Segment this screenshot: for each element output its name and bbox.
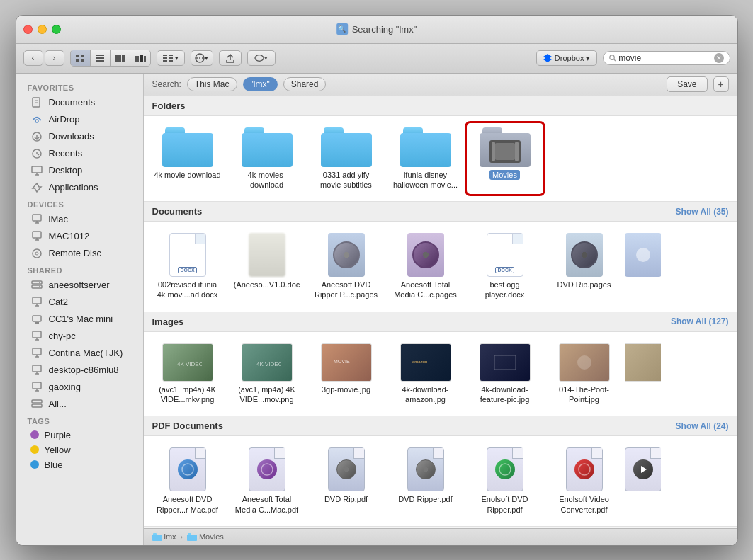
sidebar-item-contina-mac[interactable]: Contina Mac(TJK) — [19, 345, 140, 362]
pdf-show-all[interactable]: Show All (24) — [676, 421, 729, 431]
sidebar-item-purple[interactable]: Purple — [19, 428, 140, 442]
sidebar-item-chy-pc[interactable]: chy-pc — [19, 328, 140, 345]
search-box: ✕ — [603, 51, 730, 65]
folders-section-label: Folders — [152, 101, 186, 111]
sidebar-item-yellow[interactable]: Yellow — [19, 442, 140, 457]
file-name: 4k-download- feature-pic.jpg — [471, 384, 539, 405]
sidebar-item-mac1012[interactable]: MAC1012 — [19, 228, 140, 245]
sidebar-item-airdrop[interactable]: AirDrop — [19, 111, 140, 128]
folder-4k-download[interactable]: 4k movie download — [149, 123, 226, 195]
maximize-button[interactable] — [52, 25, 61, 34]
yellow-tag-dot — [30, 445, 39, 454]
sidebar-item-desktop-c86[interactable]: desktop-c86mlu8 — [19, 362, 140, 379]
scope-shared[interactable]: Shared — [283, 77, 327, 91]
file-name: Enolsoft DVD Ripper.pdf — [471, 494, 539, 515]
svg-rect-68 — [32, 400, 42, 403]
pdf-enolsoft-dvd[interactable]: Enolsoft DVD Ripper.pdf — [467, 443, 543, 519]
img-4k-amazon[interactable]: amazon 4k-download- amazon.jpg — [387, 339, 464, 409]
pdf-enolsoft-video[interactable]: Enolsoft Video Converter.pdf — [546, 443, 623, 519]
breadcrumb-lmx-label: lmx — [164, 532, 176, 541]
list-view-button[interactable] — [91, 50, 111, 66]
svg-rect-51 — [33, 297, 41, 304]
sidebar-item-imac[interactable]: iMac — [19, 211, 140, 228]
sidebar-item-all[interactable]: All... — [19, 396, 140, 413]
finder-window: 🔍 Searching "lmx" ‹ › ▾ — [16, 15, 738, 546]
computer-icon — [30, 313, 43, 326]
doc-002revised[interactable]: DOCX 002revised ifunia 4k movi...ad.docx — [149, 229, 226, 304]
dropbox-button[interactable]: Dropbox ▾ — [536, 50, 597, 66]
file-name: best ogg player.docx — [471, 280, 539, 300]
doc-best-ogg[interactable]: DOCX best ogg player.docx — [467, 229, 543, 304]
pdf-dvd-ripper[interactable]: DVD Ripper.pdf — [387, 443, 464, 519]
file-name: 002revised ifunia 4k movi...ad.docx — [154, 280, 222, 300]
computer-icon — [30, 347, 43, 360]
sidebar-item-gaoxing[interactable]: gaoxing — [19, 379, 140, 396]
save-search-button[interactable]: Save — [667, 76, 707, 92]
doc-aneesoft-dvd-pages[interactable]: Aneesoft DVD Ripper P...c.pages — [308, 229, 385, 304]
sidebar-item-aneesoftserver[interactable]: aneesoftserver — [19, 277, 140, 294]
clock-icon — [30, 147, 43, 160]
sidebar-item-recents[interactable]: Recents — [19, 145, 140, 162]
sidebar-item-applications[interactable]: Applications — [19, 179, 140, 196]
pdf-dvd-rip[interactable]: DVD Rip.pdf — [308, 443, 385, 519]
scope-this-mac[interactable]: This Mac — [187, 77, 237, 91]
svg-rect-36 — [32, 166, 42, 173]
sidebar-item-label: Recents — [49, 148, 83, 159]
sidebar-item-downloads[interactable]: Downloads — [19, 128, 140, 145]
search-scope-bar: Search: This Mac "lmx" Shared Save + — [144, 74, 737, 96]
sidebar-item-documents[interactable]: Documents — [19, 94, 140, 111]
folder-body — [400, 133, 451, 167]
img-poof-point[interactable]: 014-The-Poof- Point.jpg — [546, 339, 623, 409]
svg-rect-59 — [33, 348, 41, 355]
scope-lmx[interactable]: "lmx" — [243, 77, 278, 91]
image-thumbnail: 4K VIDEO — [242, 343, 293, 382]
images-show-all[interactable]: Show All (127) — [671, 316, 729, 326]
arrange-button[interactable]: ▾ — [157, 50, 185, 66]
folder-ifunia-disney[interactable]: ifunia disney halloween movie... — [387, 123, 464, 195]
server-icon — [30, 398, 43, 411]
action-button[interactable]: ▾ — [191, 50, 213, 66]
share-button[interactable] — [219, 50, 242, 66]
search-input[interactable] — [618, 53, 710, 63]
folder-movies[interactable]: Movies — [467, 123, 543, 195]
doc-dvd-rip-pages[interactable]: DVD Rip.pages — [546, 229, 623, 304]
svg-rect-8 — [118, 55, 121, 62]
pdf-extra[interactable] — [625, 443, 661, 519]
doc-extra[interactable] — [625, 229, 661, 304]
img-avc1-mov[interactable]: 4K VIDEO (avc1, mp4a) 4K VIDE...mov.png — [229, 339, 305, 409]
doc-aneesoft-v1[interactable]: (Aneeso...V1.0.doc — [229, 229, 305, 304]
forward-button[interactable]: › — [45, 50, 64, 66]
sidebar-item-label: desktop-c86mlu8 — [49, 365, 119, 375]
img-3gp-movie[interactable]: MOVIE 3gp-movie.jpg — [308, 339, 385, 409]
column-view-button[interactable] — [111, 50, 130, 66]
sidebar-item-desktop[interactable]: Desktop — [19, 162, 140, 179]
folder-add-subtitles[interactable]: 0331 add yify movie subtitles — [308, 123, 385, 195]
svg-rect-42 — [33, 232, 41, 238]
sidebar-item-label: gaoxing — [49, 382, 81, 392]
sidebar-item-cat2[interactable]: Cat2 — [19, 294, 140, 311]
breadcrumb-movies-label: Movies — [199, 532, 224, 541]
img-avc1-mkv[interactable]: 4K VIDEO (avc1, mp4a) 4K VIDE...mkv.png — [149, 339, 226, 409]
file-name: Aneesoft DVD Ripper P...c.pages — [312, 280, 380, 300]
pdf-aneesoft-total[interactable]: Aneesoft Total Media C...Mac.pdf — [229, 443, 305, 519]
img-4k-feature[interactable]: 4k-download- feature-pic.jpg — [467, 339, 543, 409]
sidebar-item-cc1-mac-mini[interactable]: CC1's Mac mini — [19, 311, 140, 328]
add-search-button[interactable]: + — [713, 76, 729, 92]
close-button[interactable] — [23, 25, 33, 34]
main-area: Favorites Documents AirDrop Downloads — [16, 74, 737, 545]
film-inner — [495, 143, 515, 160]
tag-button[interactable]: ▾ — [247, 50, 276, 66]
pdf-aneesoft-dvd[interactable]: Aneesoft DVD Ripper...r Mac.pdf — [149, 443, 226, 519]
sidebar-item-blue[interactable]: Blue — [19, 457, 140, 472]
folder-icon — [400, 127, 451, 167]
cover-flow-button[interactable] — [130, 50, 150, 66]
documents-show-all[interactable]: Show All (35) — [676, 207, 729, 217]
search-clear-button[interactable]: ✕ — [714, 53, 724, 63]
doc-aneesoft-total-pages[interactable]: Aneesoft Total Media C...c.pages — [387, 229, 464, 304]
minimize-button[interactable] — [38, 25, 47, 34]
img-extra[interactable] — [625, 339, 661, 409]
sidebar-item-remote-disc[interactable]: Remote Disc — [19, 245, 140, 262]
back-button[interactable]: ‹ — [23, 50, 43, 66]
icon-view-button[interactable] — [71, 50, 91, 66]
folder-4k-movies[interactable]: 4k-movies- download — [229, 123, 305, 195]
